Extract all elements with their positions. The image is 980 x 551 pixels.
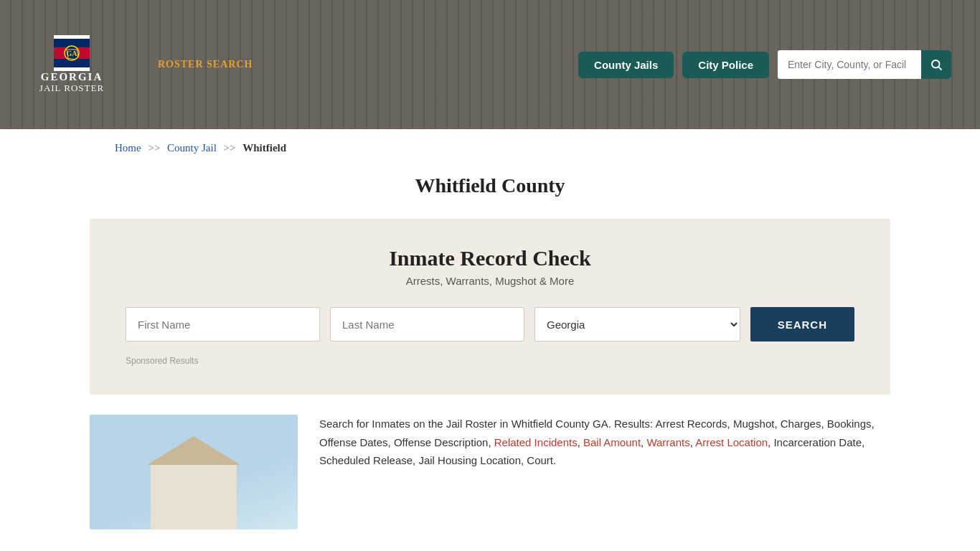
inmate-form-row: Georgia SEARCH <box>126 307 854 342</box>
page-title: Whitfield County <box>0 174 980 197</box>
breadcrumb-sep1: >> <box>148 142 160 154</box>
breadcrumb-home[interactable]: Home <box>115 142 141 154</box>
state-select[interactable]: Georgia <box>534 307 740 342</box>
sponsored-results-label: Sponsored Results <box>126 356 854 366</box>
inmate-record-title: Inmate Record Check <box>126 246 854 270</box>
county-building-image <box>90 415 298 529</box>
breadcrumb: Home >> County Jail >> Whitfield <box>0 129 980 167</box>
logo-text: GEORGIA JAIL ROSTER <box>39 71 104 94</box>
breadcrumb-county-jail[interactable]: County Jail <box>167 142 217 154</box>
highlight-related-incidents: Related Incidents <box>494 436 578 448</box>
last-name-input[interactable] <box>330 307 524 342</box>
header-search-input[interactable] <box>778 50 921 79</box>
logo-jail-roster: JAIL ROSTER <box>39 83 104 94</box>
highlight-bail-amount: Bail Amount <box>583 436 641 448</box>
site-logo[interactable]: GA GEORGIA JAIL ROSTER <box>29 35 115 94</box>
site-header: GA GEORGIA JAIL ROSTER ROSTER SEARCH Cou… <box>0 0 980 129</box>
highlight-arrest-location: Arrest Location <box>695 436 768 448</box>
bottom-section: Search for Inmates on the Jail Roster in… <box>0 395 980 550</box>
breadcrumb-current: Whitfield <box>242 142 286 154</box>
inmate-record-box: Inmate Record Check Arrests, Warrants, M… <box>90 219 890 395</box>
page-title-section: Whitfield County <box>0 167 980 219</box>
header-search-bar <box>778 50 951 79</box>
inmate-record-subtitle: Arrests, Warrants, Mugshot & More <box>126 275 854 287</box>
breadcrumb-sep2: >> <box>224 142 236 154</box>
logo-georgia: GEORGIA <box>39 71 104 83</box>
highlight-warrants: Warrants <box>646 436 689 448</box>
header-search-button[interactable] <box>921 50 951 79</box>
first-name-input[interactable] <box>126 307 320 342</box>
georgia-flag-icon: GA <box>54 35 90 71</box>
svg-line-7 <box>938 67 941 70</box>
inmate-search-button[interactable]: SEARCH <box>750 307 854 342</box>
city-police-button[interactable]: City Police <box>682 52 769 78</box>
svg-rect-2 <box>54 35 90 39</box>
county-jails-button[interactable]: County Jails <box>578 52 674 78</box>
bottom-description: Search for Inmates on the Jail Roster in… <box>319 415 890 470</box>
svg-point-6 <box>932 60 940 68</box>
search-icon <box>930 58 943 71</box>
roster-search-nav[interactable]: ROSTER SEARCH <box>158 59 253 70</box>
header-right: County Jails City Police <box>578 50 951 79</box>
